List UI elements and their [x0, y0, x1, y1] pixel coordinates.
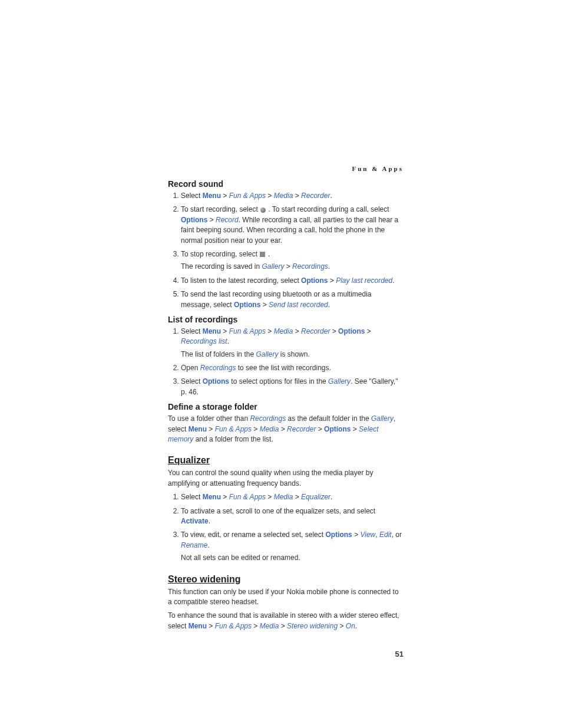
- text: >: [338, 622, 346, 630]
- heading-list-recordings: List of recordings: [168, 315, 404, 324]
- text: to select options for files in the: [229, 377, 328, 386]
- text: Open: [181, 364, 200, 372]
- options-link: Options: [325, 531, 352, 539]
- text: >: [252, 425, 260, 433]
- define-storage-text: To use a folder other than Recordings as…: [168, 414, 404, 444]
- text: To start recording, select: [181, 205, 260, 213]
- list-item: Select Menu > Fun & Apps > Media > Recor…: [181, 191, 404, 201]
- menu-link: Menu: [203, 493, 221, 501]
- options-link: Options: [181, 216, 207, 224]
- nav-link: Edit: [379, 531, 392, 539]
- text: .: [328, 301, 330, 309]
- text: The list of folders in the: [181, 350, 256, 358]
- nav-link: Fun & Apps: [229, 493, 266, 501]
- text: Select: [181, 493, 203, 501]
- text: To use a folder other than: [168, 414, 250, 423]
- text: >: [352, 531, 361, 539]
- text: >: [266, 192, 274, 200]
- content-area: Fun & Apps Record sound Select Menu > Fu…: [168, 165, 404, 635]
- text: .: [392, 276, 394, 285]
- list-item: To listen to the latest recording, selec…: [181, 276, 404, 286]
- nav-link: Recordings: [250, 414, 286, 423]
- text: >: [260, 301, 269, 309]
- text: >: [293, 192, 301, 200]
- text: >: [221, 493, 229, 501]
- nav-link: Recorder: [301, 327, 330, 335]
- options-link: Options: [301, 276, 328, 285]
- text: .: [266, 250, 270, 258]
- text: >: [279, 425, 287, 433]
- record-icon: [260, 207, 266, 213]
- text: to see the list with recordings.: [236, 364, 330, 372]
- text: To activate a set, scroll to one of the …: [181, 507, 375, 515]
- text: .: [330, 493, 332, 501]
- stereo-p2: To enhance the sound that is available i…: [168, 611, 404, 631]
- text: Not all sets can be edited or renamed.: [181, 553, 404, 563]
- nav-link: On: [346, 622, 355, 630]
- nav-link: Play last recorded: [336, 276, 392, 285]
- nav-link: Gallery: [262, 262, 284, 271]
- nav-link: Stereo widening: [287, 622, 338, 630]
- nav-link: Equalizer: [301, 493, 330, 501]
- list-recordings-list: Select Menu > Fun & Apps > Media > Recor…: [168, 327, 404, 397]
- list-item: To start recording, select . To start re…: [181, 205, 404, 246]
- text: >: [207, 425, 215, 433]
- nav-link: Recorder: [301, 192, 330, 200]
- text: Select: [181, 377, 203, 386]
- nav-link: Recordings: [292, 262, 328, 271]
- list-item: To activate a set, scroll to one of the …: [181, 506, 404, 527]
- text: To listen to the latest recording, selec…: [181, 276, 301, 285]
- text: To view, edit, or rename a selected set,…: [181, 531, 325, 539]
- options-link: Options: [203, 377, 229, 386]
- text: .: [209, 517, 210, 525]
- text: . To start recording during a call, sele…: [266, 205, 389, 213]
- text: >: [266, 493, 274, 501]
- text: >: [221, 192, 229, 200]
- text: To stop recording, select: [181, 250, 259, 258]
- list-item: Select Options to select options for fil…: [181, 377, 404, 397]
- heading-record-sound: Record sound: [168, 179, 404, 189]
- nav-link: Fun & Apps: [229, 192, 266, 200]
- nav-link: Media: [274, 192, 293, 200]
- menu-link: Menu: [203, 327, 221, 335]
- nav-link: Record: [216, 216, 239, 224]
- text: >: [207, 622, 215, 630]
- activate-link: Activate: [181, 517, 209, 525]
- page: Fun & Apps Record sound Select Menu > Fu…: [0, 0, 562, 728]
- equalizer-list: Select Menu > Fun & Apps > Media > Equal…: [168, 492, 404, 563]
- text: >: [293, 327, 301, 335]
- text: and a folder from the list.: [193, 435, 273, 443]
- text: , or: [392, 531, 402, 539]
- menu-link: Menu: [189, 622, 207, 630]
- nav-link: Recorder: [287, 425, 316, 433]
- heading-define-storage: Define a storage folder: [168, 402, 404, 411]
- nav-link: Gallery: [256, 350, 278, 358]
- nav-link: Fun & Apps: [215, 425, 252, 433]
- menu-link: Menu: [189, 425, 207, 433]
- text: >: [328, 276, 336, 285]
- menu-link: Menu: [203, 192, 221, 200]
- list-item: Select Menu > Fun & Apps > Media > Equal…: [181, 492, 404, 502]
- text: is shown.: [278, 350, 309, 358]
- heading-stereo-widening: Stereo widening: [168, 574, 404, 585]
- text: >: [316, 425, 324, 433]
- nav-link: Media: [274, 493, 293, 501]
- nav-link: Media: [274, 327, 293, 335]
- equalizer-intro: You can control the sound quality when u…: [168, 468, 404, 489]
- list-item: Open Recordings to see the list with rec…: [181, 363, 404, 373]
- nav-link: Recordings: [200, 364, 236, 372]
- text: ,: [375, 531, 379, 539]
- stereo-p1: This function can only be used if your N…: [168, 587, 404, 608]
- running-header: Fun & Apps: [168, 165, 404, 172]
- text: as the default folder in the: [286, 414, 371, 423]
- text: .: [330, 192, 332, 200]
- list-item: Select Menu > Fun & Apps > Media > Recor…: [181, 327, 404, 360]
- nav-link: Rename: [181, 541, 207, 549]
- options-link: Options: [324, 425, 351, 433]
- text: >: [252, 622, 260, 630]
- text: >: [330, 327, 338, 335]
- text: Select: [181, 192, 203, 200]
- text: >: [221, 327, 229, 335]
- options-link: Options: [234, 301, 260, 309]
- nav-link: Media: [260, 425, 279, 433]
